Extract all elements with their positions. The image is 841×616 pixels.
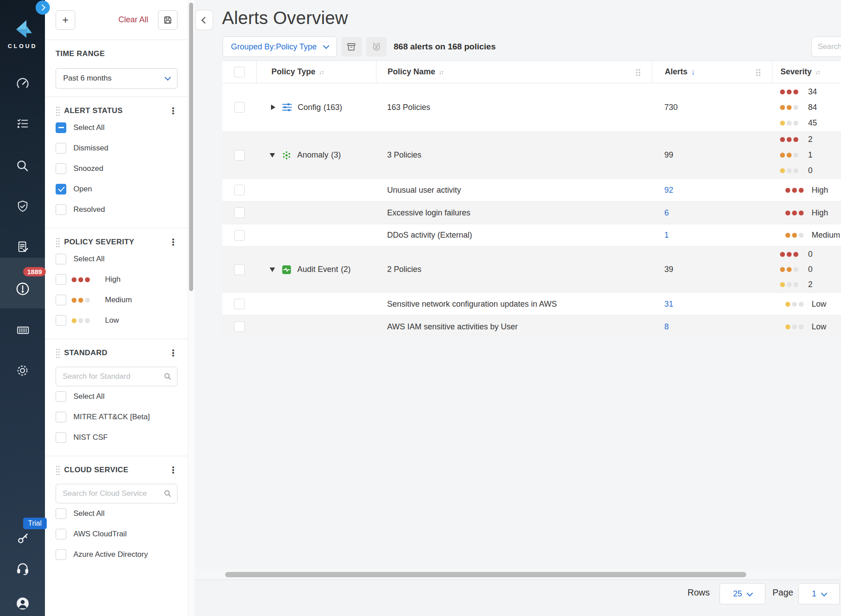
severity-low[interactable]: Low: [56, 310, 178, 331]
drag-handle-icon[interactable]: [56, 465, 60, 475]
row-checkbox[interactable]: [234, 185, 245, 195]
row-checkbox[interactable]: [234, 150, 245, 161]
sidebar-item-support[interactable]: [0, 556, 45, 581]
row-checkbox[interactable]: [234, 299, 245, 309]
sidebar-item-compute[interactable]: [0, 318, 45, 343]
checkbox[interactable]: [56, 274, 66, 285]
severity-medium[interactable]: Medium: [56, 290, 178, 310]
drag-handle-icon[interactable]: [56, 237, 60, 247]
alert-status-snoozed[interactable]: Snoozed: [56, 158, 178, 179]
alert-status-resolved[interactable]: Resolved: [56, 199, 178, 220]
collapse-group-icon[interactable]: [270, 267, 275, 272]
alerts-count-link[interactable]: 8: [664, 322, 669, 332]
checkbox[interactable]: [56, 163, 66, 174]
time-range-select[interactable]: Past 6 months: [56, 68, 178, 89]
group-row-audit-event[interactable]: Audit Event (2) 2 Policies 39 0 0 2: [222, 246, 841, 292]
group-row-config[interactable]: Config (163) 163 Policies 730 34 84 45: [222, 83, 841, 131]
column-severity[interactable]: Severity: [780, 67, 812, 77]
kebab-menu-icon[interactable]: ⋮: [169, 466, 178, 474]
sidebar-item-settings[interactable]: [0, 358, 45, 383]
standard-nist[interactable]: NIST CSF: [56, 427, 178, 448]
sidebar-item-access-keys[interactable]: [0, 526, 45, 551]
collapse-group-icon[interactable]: [270, 153, 275, 158]
sort-descending-icon[interactable]: ↓: [691, 67, 695, 77]
sort-icon[interactable]: ↓↑: [319, 69, 323, 76]
checkbox[interactable]: [56, 391, 66, 402]
alert-status-dismissed[interactable]: Dismissed: [56, 138, 178, 158]
column-drag-handle[interactable]: [635, 69, 640, 76]
cloud-service-select-all[interactable]: Select All: [56, 503, 178, 524]
alert-status-select-all[interactable]: Select All: [56, 118, 178, 138]
rows-per-page-select[interactable]: 25: [720, 583, 765, 604]
checkbox[interactable]: [56, 432, 66, 443]
checkbox[interactable]: [56, 315, 66, 326]
cloud-service-cloudtrail[interactable]: AWS CloudTrail: [56, 524, 178, 544]
alerts-count-link[interactable]: 31: [664, 300, 673, 309]
filters-scrollbar[interactable]: [188, 0, 194, 616]
row-checkbox[interactable]: [234, 321, 245, 332]
standard-mitre[interactable]: MITRE ATT&CK [Beta]: [56, 407, 178, 427]
kebab-menu-icon[interactable]: ⋮: [169, 106, 178, 115]
group-row-anomaly[interactable]: Anomaly (3) 3 Policies 99 2 1 0: [222, 131, 841, 178]
checkbox-indeterminate[interactable]: [56, 122, 66, 133]
checkbox[interactable]: [56, 529, 66, 539]
checkbox[interactable]: [56, 412, 66, 422]
row-checkbox[interactable]: [234, 102, 245, 113]
checkbox[interactable]: [56, 508, 66, 519]
drag-handle-icon[interactable]: [56, 348, 60, 358]
sidebar-item-profile[interactable]: [0, 591, 45, 616]
standard-select-all[interactable]: Select All: [56, 386, 178, 407]
alert-status-open[interactable]: Open: [56, 179, 178, 199]
policy-row[interactable]: DDoS activity (External) 1 Medium: [222, 224, 841, 246]
alerts-count-link[interactable]: 92: [664, 186, 673, 195]
column-alerts[interactable]: Alerts: [665, 67, 687, 77]
snooze-alarm-button[interactable]: [366, 37, 387, 57]
policy-row[interactable]: Sensitive network configuration updates …: [222, 292, 841, 315]
cloud-service-azure-ad[interactable]: Azure Active Directory: [56, 544, 178, 565]
scrollbar-thumb[interactable]: [225, 572, 746, 577]
save-filter-button[interactable]: [158, 10, 178, 30]
clear-all-filters-link[interactable]: Clear All: [118, 15, 148, 24]
sidebar-item-policies[interactable]: [0, 111, 45, 136]
kebab-menu-icon[interactable]: ⋮: [169, 238, 178, 247]
page-number-select[interactable]: 1: [798, 583, 840, 604]
severity-high[interactable]: High: [56, 269, 178, 290]
column-drag-handle[interactable]: [756, 69, 760, 76]
checkbox[interactable]: [56, 295, 66, 305]
alerts-count-link[interactable]: 6: [664, 208, 669, 218]
select-all-rows-checkbox[interactable]: [234, 67, 245, 77]
checkbox[interactable]: [56, 254, 66, 264]
dismiss-archive-button[interactable]: [341, 37, 362, 57]
sidebar-item-investigate[interactable]: [0, 154, 45, 178]
horizontal-scrollbar[interactable]: [194, 570, 841, 580]
add-filter-button[interactable]: +: [56, 10, 75, 30]
checkbox[interactable]: [56, 204, 66, 215]
sort-icon[interactable]: ↓↑: [439, 69, 443, 76]
table-search-input[interactable]: [811, 36, 841, 57]
sidebar-item-dashboard[interactable]: [0, 71, 45, 96]
policy-row[interactable]: Excessive login failures 6 High: [222, 201, 841, 224]
checkbox[interactable]: [56, 549, 66, 560]
checkbox-checked[interactable]: [56, 184, 66, 195]
column-policy-name[interactable]: Policy Name: [388, 67, 435, 77]
policy-row[interactable]: Unusual user activity 92 High: [222, 178, 841, 201]
sidebar-item-alerts[interactable]: [0, 276, 45, 301]
grouped-by-dropdown[interactable]: Grouped By:Policy Type: [222, 36, 337, 57]
row-checkbox[interactable]: [234, 230, 245, 241]
expand-group-icon[interactable]: [271, 105, 275, 110]
policy-row[interactable]: AWS IAM sensitive activities by User 8 L…: [222, 315, 841, 338]
cloud-service-search-input[interactable]: [56, 484, 178, 503]
sidebar-item-compliance[interactable]: [0, 194, 45, 219]
kebab-menu-icon[interactable]: ⋮: [169, 349, 178, 357]
sort-icon[interactable]: ↓↑: [815, 69, 820, 76]
sidebar-item-reports[interactable]: [0, 235, 45, 259]
severity-select-all[interactable]: Select All: [56, 249, 178, 269]
sidebar-expand-button[interactable]: [36, 0, 50, 15]
column-policy-type[interactable]: Policy Type: [271, 67, 315, 77]
alerts-count-link[interactable]: 1: [664, 231, 669, 240]
row-checkbox[interactable]: [234, 207, 245, 218]
row-checkbox[interactable]: [234, 264, 245, 275]
drag-handle-icon[interactable]: [56, 106, 60, 116]
checkbox[interactable]: [56, 143, 66, 154]
scrollbar-thumb[interactable]: [189, 3, 193, 291]
